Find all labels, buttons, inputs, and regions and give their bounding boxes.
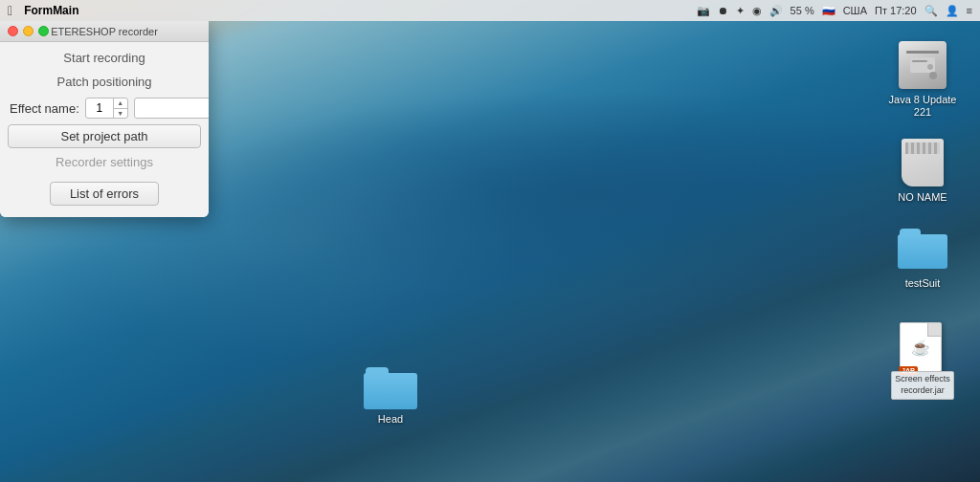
jar-paper: ☕ JAR Screen effectsrecorder.jar (900, 322, 942, 372)
spinner-up-button[interactable]: ▲ (114, 98, 127, 109)
menubar-app-name[interactable]: FormMain (24, 4, 78, 17)
testsuit-icon-img (898, 224, 947, 274)
effect-number-box: ▲ ▼ (85, 98, 128, 119)
patch-positioning-button[interactable]: Patch positioning (0, 70, 209, 94)
effect-name-text-input[interactable] (134, 98, 209, 119)
recorder-settings-button[interactable]: Recorder settings (0, 150, 209, 174)
start-recording-button[interactable]: Start recording (0, 46, 209, 70)
set-project-path-button[interactable]: Set project path (8, 124, 201, 148)
menubar-search-icon[interactable]: 🔍 (924, 5, 938, 17)
head-folder-label: Head (364, 413, 417, 425)
window-title: ETERESHOP recorder (51, 26, 158, 37)
effect-name-row: Effect name: ▲ ▼ (0, 94, 209, 122)
app-titlebar: ETERESHOP recorder (0, 21, 209, 42)
desktop-icon-testsuit[interactable]: testSuit (898, 224, 947, 290)
svg-point-2 (927, 64, 933, 70)
menubar-datetime: Пт 17:20 (875, 5, 917, 16)
traffic-lights (8, 26, 49, 36)
head-folder-icon (364, 367, 417, 409)
menubar-user-icon[interactable]: 👤 (946, 5, 959, 17)
desktop-icons: Java 8 Update 221 NO NAME testSuit ☕ JAR (865, 21, 980, 482)
minimize-button[interactable] (23, 26, 33, 36)
svg-rect-1 (912, 60, 927, 62)
java8-icon-label: Java 8 Update 221 (880, 94, 966, 119)
menubar-left:  FormMain (8, 3, 78, 18)
menubar-sound-icon: 🔊 (769, 5, 783, 17)
app-window: ETERESHOP recorder Start recording Patch… (0, 21, 209, 217)
jar-fold (927, 323, 941, 337)
app-body: Start recording Patch positioning Effect… (0, 42, 209, 217)
noname-icon-img (898, 138, 947, 187)
folder-body (364, 373, 417, 409)
jar-icon: ☕ JAR Screen effectsrecorder.jar (900, 322, 946, 372)
hdd-icon (899, 41, 947, 89)
menubar-wifi-icon: ◉ (752, 5, 762, 17)
menubar-camera-icon: 📷 (697, 5, 710, 17)
desktop-icon-jar[interactable]: ☕ JAR Screen effectsrecorder.jar (898, 318, 947, 376)
jar-icon-img: ☕ JAR Screen effectsrecorder.jar (898, 318, 947, 376)
desktop-icon-java8[interactable]: Java 8 Update 221 (880, 40, 966, 119)
menubar-flag-icon: 🇷🇺 (822, 5, 835, 17)
java8-icon-img (898, 40, 947, 90)
apple-logo-icon[interactable]:  (8, 3, 12, 18)
maximize-button[interactable] (38, 26, 49, 36)
effect-number-input[interactable] (86, 101, 113, 115)
jar-label-box: Screen effectsrecorder.jar (891, 371, 954, 399)
menubar-right: 📷 ⏺ ✦ ◉ 🔊 55 % 🇷🇺 США Пт 17:20 🔍 👤 ≡ (697, 5, 972, 17)
testsuit-icon-label: testSuit (905, 277, 941, 290)
menubar-bluetooth-icon: ✦ (736, 5, 745, 17)
desktop-icon-noname[interactable]: NO NAME (898, 138, 947, 204)
effect-name-label: Effect name: (10, 101, 79, 116)
head-folder-area[interactable]: Head (364, 367, 417, 425)
noname-icon-label: NO NAME (898, 191, 947, 204)
list-of-errors-button[interactable]: List of errors (50, 182, 159, 206)
hdd-svg (908, 55, 937, 75)
menubar-record-icon: ⏺ (718, 5, 728, 16)
folder-icon-body (898, 234, 947, 269)
menubar-locale: США (843, 5, 867, 16)
menubar-menu-icon[interactable]: ≡ (967, 5, 972, 16)
menubar-battery: 55 % (791, 5, 814, 16)
sd-icon (902, 139, 944, 186)
menubar:  FormMain 📷 ⏺ ✦ ◉ 🔊 55 % 🇷🇺 США Пт 17:2… (0, 0, 980, 21)
effect-spinner: ▲ ▼ (113, 98, 127, 119)
folder-icon (898, 229, 947, 269)
spinner-down-button[interactable]: ▼ (114, 109, 127, 120)
close-button[interactable] (8, 26, 18, 36)
